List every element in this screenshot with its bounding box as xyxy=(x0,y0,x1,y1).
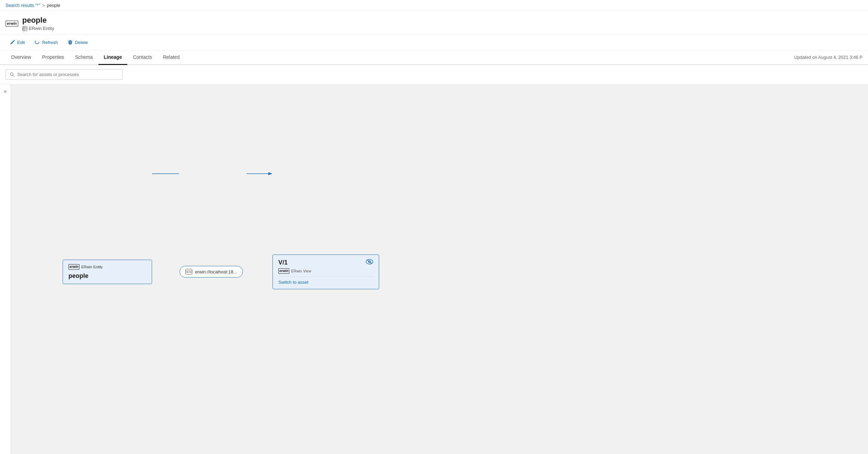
process-label: erwin://localhost:18... xyxy=(195,269,237,274)
lineage-area: » erwin ERwin Entity people xyxy=(0,84,868,454)
lineage-search-area xyxy=(0,65,868,84)
breadcrumb-search-link[interactable]: Search results "*" xyxy=(6,3,40,8)
asset-type-label: ERwin Entity xyxy=(29,26,54,31)
tab-related[interactable]: Related xyxy=(158,50,185,65)
view-logo: erwin xyxy=(278,268,289,274)
tab-contacts[interactable]: Contacts xyxy=(127,50,157,65)
process-icon xyxy=(185,269,192,274)
svg-rect-9 xyxy=(189,271,192,273)
asset-title-block: people ERwin Entity xyxy=(22,16,54,31)
tab-overview[interactable]: Overview xyxy=(6,50,36,65)
entity-node-brand: erwin ERwin Entity xyxy=(68,264,146,270)
tab-lineage[interactable]: Lineage xyxy=(98,50,128,65)
view-node[interactable]: V/1 erwin ERwin View Switch to asset xyxy=(272,255,379,289)
svg-rect-0 xyxy=(22,26,27,31)
eye-icon[interactable] xyxy=(366,259,373,266)
asset-title: people xyxy=(22,16,54,25)
process-node[interactable]: erwin://localhost:18... xyxy=(180,266,243,278)
view-node-header: V/1 xyxy=(278,259,373,266)
tab-schema[interactable]: Schema xyxy=(69,50,98,65)
updated-timestamp: Updated on August 4, 2021 3:46 P xyxy=(794,55,862,60)
refresh-label: Refresh xyxy=(42,40,58,45)
delete-label: Delete xyxy=(75,40,88,45)
tabs-bar: Overview Properties Schema Lineage Conta… xyxy=(0,50,868,65)
search-icon xyxy=(10,72,14,77)
breadcrumb: Search results "*" > people xyxy=(0,0,868,11)
entity-name: people xyxy=(68,272,146,280)
breadcrumb-current: people xyxy=(47,3,60,8)
entity-node[interactable]: erwin ERwin Entity people xyxy=(63,260,152,284)
svg-line-13 xyxy=(367,260,372,264)
lineage-canvas: erwin ERwin Entity people erwin://localh… xyxy=(11,84,868,454)
toolbar: Edit Refresh Delete xyxy=(0,35,868,50)
entity-type-label: ERwin Entity xyxy=(81,265,103,269)
svg-line-5 xyxy=(13,75,14,77)
sidebar-toggle[interactable]: » xyxy=(0,84,11,454)
view-type-label: ERwin View xyxy=(291,269,311,273)
erwin-logo: erwin xyxy=(6,21,18,26)
refresh-button[interactable]: Refresh xyxy=(30,37,62,47)
entity-logo: erwin xyxy=(68,264,79,270)
edit-label: Edit xyxy=(17,40,25,45)
toggle-icon: » xyxy=(4,88,7,94)
tab-properties[interactable]: Properties xyxy=(36,50,69,65)
tabs-list: Overview Properties Schema Lineage Conta… xyxy=(6,50,185,64)
asset-type: ERwin Entity xyxy=(22,26,54,31)
breadcrumb-separator: > xyxy=(42,3,45,8)
view-title: V/1 xyxy=(278,259,288,266)
search-input-wrap[interactable] xyxy=(6,69,122,80)
search-input[interactable] xyxy=(17,72,118,77)
table-icon xyxy=(22,26,27,31)
svg-rect-8 xyxy=(186,271,189,273)
delete-button[interactable]: Delete xyxy=(63,37,92,47)
view-node-brand: erwin ERwin View xyxy=(278,268,373,274)
asset-header: erwin people ERwin Entity xyxy=(0,11,868,35)
switch-to-asset-link[interactable]: Switch to asset xyxy=(278,277,373,285)
edit-button[interactable]: Edit xyxy=(6,37,29,47)
